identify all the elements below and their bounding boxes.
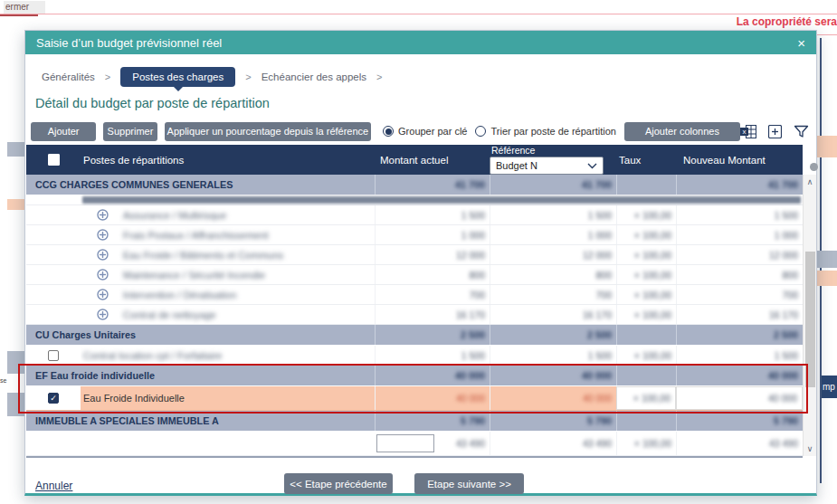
table-row[interactable]: Contrat de nettoyage16 17016 170× 100,00… — [26, 305, 803, 325]
table-row[interactable]: Intervention / Dératisation700700× 100,0… — [26, 285, 803, 305]
group-row[interactable]: EF Eau froide individuelle40 00040 00040… — [26, 366, 803, 386]
scroll-down-icon[interactable]: ∨ — [804, 443, 816, 454]
cell-value: × 100,00 — [634, 309, 671, 320]
cancel-link[interactable]: Annuler — [35, 480, 72, 492]
cell-value: 1 500 — [588, 350, 612, 361]
cell-value: 2 500 — [774, 329, 798, 340]
column-header-postes[interactable]: Postes de répartitions — [81, 145, 375, 175]
background-top-line — [0, 14, 837, 14]
breadcrumb-postes-des-charges[interactable]: Postes des charges — [120, 67, 235, 87]
cell-montant: 40 000 — [375, 386, 490, 410]
table-scrollbar[interactable]: ∧ ∨ — [803, 175, 816, 456]
plus-circle-icon[interactable] — [97, 249, 109, 261]
table-row[interactable]: 43 49043 490× 100,0043 490 — [26, 432, 803, 456]
poste-name: Eau Froide / Bâtiments et Communs — [123, 250, 283, 261]
add-button[interactable]: Ajouter — [31, 122, 96, 141]
table-row[interactable]: Frais Postaux / Affranchissement1 0001 0… — [26, 225, 803, 245]
plus-circle-icon[interactable] — [97, 289, 109, 300]
background-micro-text: se — [0, 377, 6, 384]
group-row[interactable]: CCG CHARGES COMMUNES GENERALES41 70041 7… — [26, 175, 803, 195]
cell-reference: 40 000 — [490, 386, 616, 410]
excel-export-icon[interactable]: x — [740, 125, 756, 138]
radio-sort-by-poste[interactable]: Trier par poste de répartition — [475, 126, 615, 137]
page-title: Détail du budget par poste de répartitio… — [35, 96, 270, 110]
cell-value: 40 000 — [456, 393, 485, 404]
column-header-montant-actuel[interactable]: Montant actuel — [375, 145, 490, 175]
background-tab[interactable]: ermer — [4, 1, 45, 14]
table-row[interactable]: ✓Eau Froide Individuelle40 00040 000× 10… — [26, 386, 803, 411]
background-alert-text: La copropriété sera — [737, 15, 837, 28]
table-body: CCG CHARGES COMMUNES GENERALES41 70041 7… — [26, 175, 803, 458]
background-fragment — [817, 251, 837, 268]
breadcrumb-echeancier[interactable]: Echéancier des appels — [262, 71, 366, 82]
cell-value: 800 — [595, 270, 612, 281]
column-header-nouveau-montant[interactable]: Nouveau Montant — [676, 145, 803, 175]
cell-nouveau: 2 500 — [676, 325, 803, 345]
cell-taux: × 100,00 — [616, 205, 676, 224]
background-fragment — [7, 199, 24, 210]
cell-taux — [616, 325, 676, 345]
group-label: IMMEUBLE A SPECIALES IMMEUBLE A — [26, 411, 375, 431]
poste-name: Frais Postaux / Affranchissement — [123, 230, 269, 241]
delete-button[interactable]: Supprimer — [103, 122, 157, 141]
apply-percentage-button[interactable]: Appliquer un pourcentage depuis la référ… — [165, 122, 371, 141]
add-column-icon[interactable] — [768, 125, 782, 138]
group-row[interactable]: CU Charges Unitaires2 5002 5002 500 — [26, 325, 803, 346]
cell-taux — [616, 175, 676, 195]
table-row[interactable] — [26, 195, 803, 205]
radio-selected-icon[interactable] — [383, 126, 394, 137]
scroll-up-icon[interactable]: ∧ — [804, 176, 816, 187]
cell-reference: 1 000 — [490, 225, 616, 244]
add-columns-button[interactable]: Ajouter colonnes — [624, 122, 740, 141]
filter-icon[interactable] — [794, 125, 809, 138]
info-icon[interactable] — [810, 163, 818, 171]
radio-sort-by-poste-label: Trier par poste de répartition — [490, 126, 615, 137]
select-all-checkbox[interactable] — [48, 154, 60, 166]
cell-montant-edit: 43 490 — [375, 432, 490, 455]
group-row[interactable]: IMMEUBLE A SPECIALES IMMEUBLE A5 7905 79… — [26, 411, 803, 432]
cell-value: 700 — [469, 290, 485, 300]
cell-montant: 2 500 — [375, 325, 490, 345]
cell-reference: 16 170 — [490, 305, 616, 324]
column-header-taux[interactable]: Taux — [616, 145, 676, 175]
cell-poste: Contrat location cpt / Forfaitaire — [81, 346, 375, 365]
cell-value: × 100,00 — [634, 350, 671, 361]
plus-circle-icon[interactable] — [97, 269, 109, 281]
cell-taux: × 100,00 — [616, 305, 676, 324]
cell-value: × 100,00 — [633, 393, 671, 404]
radio-group-by-key-label: Grouper par clé — [398, 126, 467, 137]
previous-step-button[interactable]: << Etape précédente — [284, 473, 393, 494]
cell-taux: × 100,00 — [616, 346, 676, 365]
background-fragment — [7, 142, 24, 157]
montant-edit-input[interactable] — [376, 434, 434, 452]
cell-value: 40 000 — [582, 370, 612, 381]
breadcrumb: Généralités > Postes des charges > Echéa… — [42, 67, 383, 87]
background-fragment — [817, 136, 837, 157]
cell-montant: 40 000 — [375, 366, 490, 385]
table-row[interactable]: Assurance / Multirisque1 5001 500× 100,0… — [26, 205, 803, 225]
plus-circle-icon[interactable] — [97, 209, 109, 221]
row-checkbox[interactable] — [48, 350, 59, 361]
cell-montant: 800 — [375, 265, 490, 284]
cell-checkbox — [26, 225, 81, 244]
cell-value: × 100,00 — [634, 230, 671, 241]
next-step-button[interactable]: Etape suivante >> — [414, 473, 524, 494]
cell-value: 43 490 — [434, 438, 490, 449]
column-header-reference: Référence Budget N — [490, 145, 616, 175]
close-icon[interactable]: × — [797, 36, 805, 50]
cell-nouveau: 16 170 — [676, 305, 803, 324]
plus-circle-icon[interactable] — [97, 229, 109, 241]
radio-unselected-icon[interactable] — [475, 126, 486, 137]
reference-select[interactable]: Budget N — [490, 157, 604, 175]
table-row[interactable]: Maintenance / Sécurité Incendie800800× 1… — [26, 265, 803, 285]
table-row[interactable]: Contrat location cpt / Forfaitaire1 5001… — [26, 346, 803, 366]
radio-group-by-key[interactable]: Grouper par clé — [383, 126, 467, 137]
scrollbar-thumb[interactable] — [805, 252, 815, 387]
chevron-down-icon — [587, 163, 597, 169]
table-row[interactable]: Eau Froide / Bâtiments et Communs12 0001… — [26, 245, 803, 265]
row-checkbox-checked[interactable]: ✓ — [48, 393, 59, 404]
breadcrumb-generalites[interactable]: Généralités — [42, 71, 95, 82]
cell-value: 2 500 — [587, 329, 612, 340]
reference-select-value: Budget N — [496, 160, 537, 171]
plus-circle-icon[interactable] — [97, 309, 109, 320]
